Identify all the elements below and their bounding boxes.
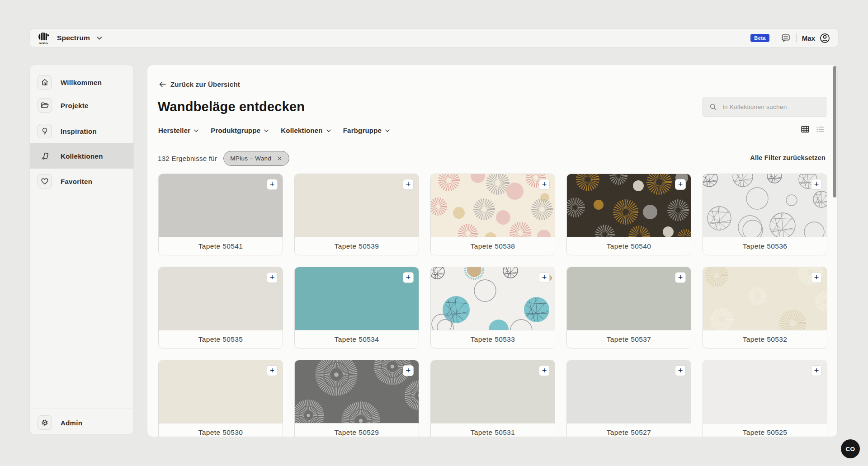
- chevron-down-icon: [263, 127, 269, 134]
- chevron-down-icon: [326, 127, 332, 134]
- sidebar-item-inspiration[interactable]: Inspiration: [30, 118, 133, 144]
- collection-card[interactable]: +Tapete 50536: [703, 174, 827, 255]
- sidebar-footer: Admin: [30, 409, 133, 434]
- search-box[interactable]: [703, 97, 826, 117]
- reset-filters-link[interactable]: Alle Filter zurücksetzen: [750, 154, 826, 161]
- divider: [775, 33, 775, 42]
- collection-card[interactable]: +Tapete 50529: [294, 360, 419, 437]
- wallpaper-preview: [431, 360, 555, 424]
- wallpaper-preview: [567, 360, 691, 424]
- collections-grid: +Tapete 50541+Tapete 50539+Tapete 50538+…: [158, 174, 827, 437]
- search-icon: [709, 103, 717, 111]
- collection-card[interactable]: +Tapete 50537: [566, 267, 691, 348]
- sidebar-item-kollektionen[interactable]: Kollektionen: [30, 143, 133, 169]
- collection-card[interactable]: +Tapete 50531: [430, 360, 555, 437]
- card-label: Tapete 50534: [295, 330, 419, 348]
- card-label: Tapete 50529: [295, 423, 419, 437]
- collection-card[interactable]: +Tapete 50540: [566, 174, 691, 255]
- collection-card[interactable]: +Tapete 50530: [158, 360, 283, 437]
- card-label: Tapete 50536: [703, 237, 827, 255]
- wallpaper-preview: [703, 174, 827, 238]
- wallpaper-preview: [431, 174, 555, 238]
- beta-badge: Beta: [750, 34, 769, 42]
- wallpaper-preview: [703, 267, 827, 331]
- filter-dropdown-farbgruppe[interactable]: Farbgruppe: [343, 127, 391, 134]
- plus-icon[interactable]: +: [403, 272, 414, 283]
- card-label: Tapete 50525: [703, 423, 827, 437]
- home-icon: [38, 75, 52, 89]
- scrollbar[interactable]: [833, 66, 836, 198]
- chevron-down-icon: [96, 34, 103, 42]
- gear-icon: [38, 415, 52, 430]
- card-label: Tapete 50531: [431, 423, 555, 437]
- plus-icon[interactable]: +: [811, 365, 822, 376]
- filter-dropdown-produktgruppe[interactable]: Produktgruppe: [211, 127, 269, 134]
- plus-icon[interactable]: +: [539, 365, 550, 376]
- collection-card[interactable]: +Tapete 50532: [703, 267, 827, 348]
- card-label: Tapete 50527: [567, 423, 691, 437]
- sidebar: WillkommenProjekteInspirationKollektione…: [29, 65, 134, 435]
- back-link[interactable]: Zurück zur Übersicht: [158, 80, 240, 89]
- plus-icon[interactable]: +: [811, 272, 822, 283]
- card-label: Tapete 50530: [159, 423, 283, 437]
- sidebar-item-willkommen[interactable]: Willkommen: [30, 70, 133, 95]
- card-label: Tapete 50537: [567, 330, 691, 348]
- collection-card[interactable]: +Tapete 50525: [703, 360, 827, 437]
- plus-icon[interactable]: +: [675, 272, 686, 283]
- filter-dropdown-kollektionen[interactable]: Kollektionen: [281, 127, 331, 134]
- results-count: 132 Ergebnisse für: [158, 155, 217, 162]
- wallpaper-preview: [159, 267, 283, 331]
- plus-icon[interactable]: +: [403, 365, 414, 376]
- sidebar-item-projekte[interactable]: Projekte: [30, 93, 133, 118]
- folder-icon: [38, 98, 52, 113]
- user-menu[interactable]: Max: [802, 33, 830, 44]
- caparol-logo-icon: CAPAROL: [38, 32, 51, 44]
- list-view-icon[interactable]: [815, 124, 825, 134]
- brand-menu[interactable]: CAPAROL Spectrum: [38, 32, 103, 44]
- wallpaper-preview: [703, 360, 827, 424]
- plus-icon[interactable]: +: [675, 365, 686, 376]
- card-label: Tapete 50538: [431, 237, 555, 255]
- collection-card[interactable]: +Tapete 50538: [430, 174, 555, 255]
- collection-card[interactable]: +Tapete 50533: [430, 267, 555, 348]
- user-icon: [819, 33, 830, 44]
- collection-card[interactable]: +Tapete 50539: [294, 174, 419, 255]
- co-fab-button[interactable]: CO: [841, 439, 860, 458]
- search-input[interactable]: [722, 104, 820, 110]
- plus-icon[interactable]: +: [675, 179, 686, 190]
- wallpaper-preview: [159, 360, 283, 424]
- heart-icon: [38, 174, 52, 188]
- chat-icon[interactable]: [781, 33, 791, 43]
- plus-icon[interactable]: +: [403, 179, 414, 190]
- plus-icon[interactable]: +: [811, 179, 822, 190]
- grid-view-icon[interactable]: [800, 124, 810, 134]
- collection-card[interactable]: +Tapete 50527: [566, 360, 691, 437]
- wallpaper-preview: [159, 174, 283, 238]
- plus-icon[interactable]: +: [539, 179, 550, 190]
- chevron-down-icon: [193, 127, 199, 134]
- filter-dropdown-hersteller[interactable]: Hersteller: [158, 127, 199, 134]
- svg-text:CAPAROL: CAPAROL: [39, 42, 48, 44]
- plus-icon[interactable]: +: [267, 179, 278, 190]
- arrow-left-icon: [158, 80, 167, 89]
- wallpaper-preview: [431, 267, 555, 331]
- active-filter-chip[interactable]: MPlus – Wand: [223, 151, 289, 166]
- collection-card[interactable]: +Tapete 50535: [158, 267, 283, 348]
- close-icon[interactable]: [277, 155, 283, 161]
- plus-icon[interactable]: +: [267, 272, 278, 283]
- card-label: Tapete 50541: [159, 237, 283, 255]
- chevron-down-icon: [384, 127, 391, 134]
- wallpaper-preview: [295, 267, 419, 331]
- wallpaper-preview: [567, 267, 691, 331]
- collection-card[interactable]: +Tapete 50534: [294, 267, 419, 348]
- sidebar-item-admin[interactable]: Admin: [30, 410, 133, 435]
- sidebar-item-favoriten[interactable]: Favoriten: [30, 169, 133, 194]
- plus-icon[interactable]: +: [539, 272, 550, 283]
- wallpaper-preview: [295, 174, 419, 238]
- card-label: Tapete 50540: [567, 237, 691, 255]
- filters-row: HerstellerProduktgruppeKollektionenFarbg…: [158, 127, 391, 134]
- plus-icon[interactable]: +: [267, 365, 278, 376]
- page-title: Wandbeläge entdecken: [158, 99, 305, 114]
- wallpaper-preview: [567, 174, 691, 238]
- collection-card[interactable]: +Tapete 50541: [158, 174, 283, 255]
